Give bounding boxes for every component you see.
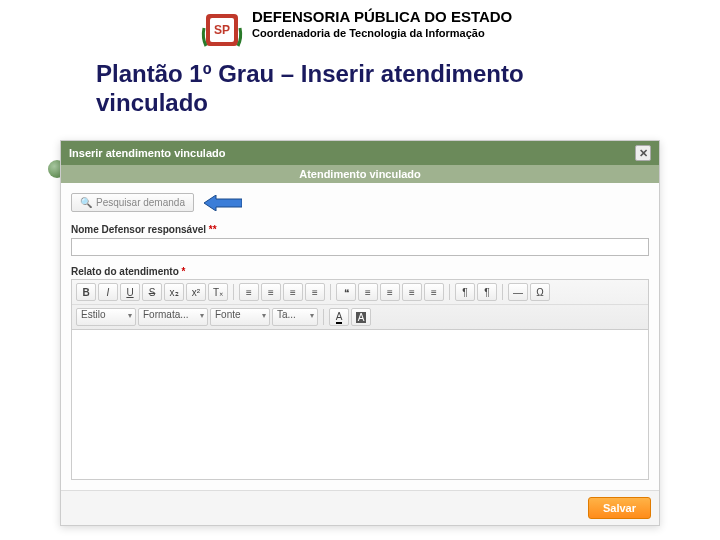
section-header: Atendimento vinculado bbox=[61, 165, 659, 183]
page-title: Plantão 1º Grau – Inserir atendimento vi… bbox=[0, 52, 720, 118]
align-right-button[interactable]: ≡ bbox=[424, 283, 444, 301]
clear-format-button[interactable]: Tₓ bbox=[208, 283, 228, 301]
indent-button[interactable]: ≡ bbox=[305, 283, 325, 301]
font-select[interactable]: Fonte bbox=[210, 308, 270, 326]
defender-label: Nome Defensor responsável ** bbox=[71, 224, 649, 235]
rtl-button[interactable]: ¶ bbox=[477, 283, 497, 301]
defender-name-input[interactable] bbox=[71, 238, 649, 256]
svg-marker-3 bbox=[204, 195, 242, 211]
search-demand-button[interactable]: 🔍 Pesquisar demanda bbox=[71, 193, 194, 212]
modal-title: Inserir atendimento vinculado bbox=[69, 147, 225, 159]
svg-text:SP: SP bbox=[214, 23, 230, 37]
superscript-button[interactable]: x² bbox=[186, 283, 206, 301]
modal-titlebar: Inserir atendimento vinculado ✕ bbox=[61, 141, 659, 165]
align-center-button[interactable]: ≡ bbox=[358, 283, 378, 301]
subscript-button[interactable]: x₂ bbox=[164, 283, 184, 301]
align-left-button[interactable]: ≡ bbox=[402, 283, 422, 301]
format-select[interactable]: Formata... bbox=[138, 308, 208, 326]
org-title: DEFENSORIA PÚBLICA DO ESTADO bbox=[252, 8, 720, 25]
bg-color-button[interactable]: A bbox=[351, 308, 371, 326]
text-color-button[interactable]: A bbox=[329, 308, 349, 326]
editor-textarea[interactable] bbox=[71, 330, 649, 480]
ltr-button[interactable]: ¶ bbox=[455, 283, 475, 301]
bold-button[interactable]: B bbox=[76, 283, 96, 301]
italic-button[interactable]: I bbox=[98, 283, 118, 301]
outdent-button[interactable]: ≡ bbox=[283, 283, 303, 301]
unordered-list-button[interactable]: ≡ bbox=[261, 283, 281, 301]
modal-dialog: Inserir atendimento vinculado ✕ Atendime… bbox=[60, 140, 660, 526]
underline-button[interactable]: U bbox=[120, 283, 140, 301]
align-block-button[interactable]: ≡ bbox=[380, 283, 400, 301]
report-label: Relato do atendimento * bbox=[71, 266, 649, 277]
special-char-button[interactable]: Ω bbox=[530, 283, 550, 301]
org-subtitle: Coordenadoria de Tecnologia da Informaçã… bbox=[252, 27, 720, 39]
save-button[interactable]: Salvar bbox=[588, 497, 651, 519]
blockquote-button[interactable]: ❝ bbox=[336, 283, 356, 301]
horizontal-rule-button[interactable]: — bbox=[508, 283, 528, 301]
size-select[interactable]: Ta... bbox=[272, 308, 318, 326]
arrow-indicator-icon bbox=[204, 195, 242, 211]
editor-toolbar: B I U S x₂ x² Tₓ ≡ ≡ ≡ ≡ ❝ ≡ ≡ ≡ ≡ ¶ bbox=[71, 279, 649, 330]
state-crest-logo: SP bbox=[200, 8, 244, 52]
strike-button[interactable]: S bbox=[142, 283, 162, 301]
style-select[interactable]: Estilo bbox=[76, 308, 136, 326]
close-icon[interactable]: ✕ bbox=[635, 145, 651, 161]
ordered-list-button[interactable]: ≡ bbox=[239, 283, 259, 301]
search-icon: 🔍 bbox=[80, 197, 92, 208]
